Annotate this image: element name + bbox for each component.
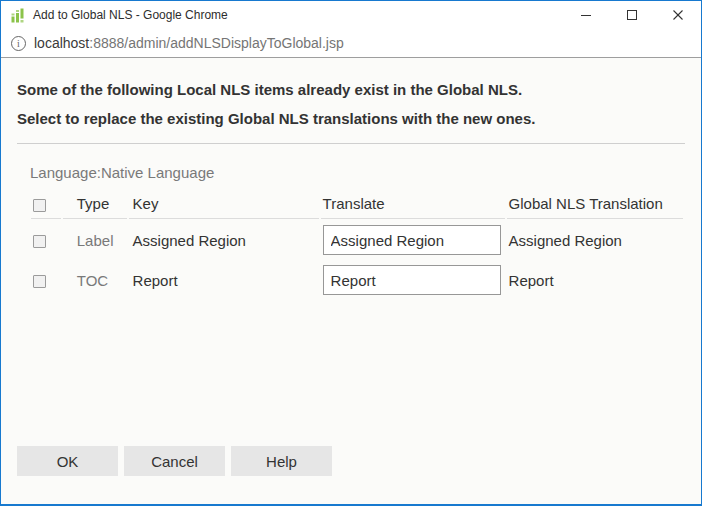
message-line-2: Select to replace the existing Global NL… — [17, 104, 685, 133]
close-icon — [672, 9, 684, 21]
cancel-button[interactable]: Cancel — [124, 446, 225, 476]
language-label: Language:Native Language — [30, 164, 685, 181]
title-bar: Add to Global NLS - Google Chrome — [1, 1, 701, 29]
table-row: Label Assigned Region Assigned Region — [31, 221, 683, 259]
cell-type: TOC — [63, 261, 127, 299]
translate-input[interactable] — [323, 225, 501, 255]
cell-global-translation: Report — [507, 261, 683, 299]
select-all-checkbox[interactable] — [33, 199, 46, 212]
message-block: Some of the following Local NLS items al… — [17, 58, 685, 133]
table-header-row: Type Key Translate Global NLS Translatio… — [31, 189, 683, 219]
table-row: TOC Report Report — [31, 261, 683, 299]
button-bar: OK Cancel Help — [17, 446, 338, 476]
col-header-key: Key — [129, 189, 319, 219]
help-button[interactable]: Help — [231, 446, 332, 476]
cell-key: Assigned Region — [129, 221, 319, 259]
url-host: localhost — [34, 35, 89, 51]
col-header-translate: Translate — [321, 189, 505, 219]
address-bar: i localhost:8888/admin/addNLSDisplayToGl… — [1, 29, 701, 58]
url-path: :8888/admin/addNLSDisplayToGlobal.jsp — [89, 35, 343, 51]
page-content: Some of the following Local NLS items al… — [1, 58, 701, 301]
nls-table: Type Key Translate Global NLS Translatio… — [29, 187, 685, 301]
minimize-button[interactable] — [563, 1, 609, 29]
url-text: localhost:8888/admin/addNLSDisplayToGlob… — [34, 35, 344, 51]
cell-key: Report — [129, 261, 319, 299]
close-button[interactable] — [655, 1, 701, 29]
translate-input[interactable] — [323, 265, 501, 295]
col-header-type: Type — [63, 189, 127, 219]
page-info-icon[interactable]: i — [11, 36, 26, 51]
col-header-global: Global NLS Translation — [507, 189, 683, 219]
window-controls — [563, 1, 701, 29]
cell-global-translation: Assigned Region — [507, 221, 683, 259]
message-line-1: Some of the following Local NLS items al… — [17, 75, 685, 104]
row-checkbox[interactable] — [33, 275, 46, 288]
maximize-icon — [626, 9, 638, 21]
maximize-button[interactable] — [609, 1, 655, 29]
green-bar-chart-icon — [10, 7, 26, 23]
window-title: Add to Global NLS - Google Chrome — [33, 8, 228, 22]
ok-button[interactable]: OK — [17, 446, 118, 476]
chrome-popup-window: Add to Global NLS - Google Chrome i loca… — [0, 0, 702, 506]
row-checkbox[interactable] — [33, 235, 46, 248]
cell-type: Label — [63, 221, 127, 259]
divider — [17, 143, 685, 144]
minimize-icon — [580, 9, 592, 21]
